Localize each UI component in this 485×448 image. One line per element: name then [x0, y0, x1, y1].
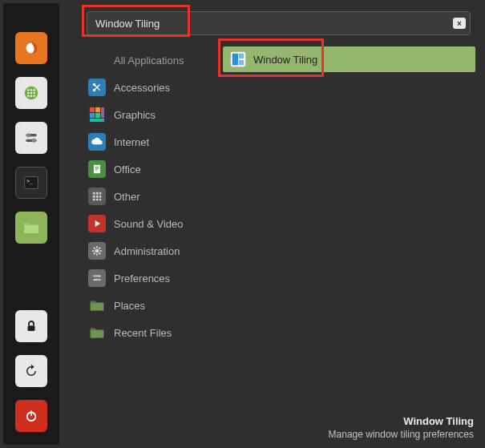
- search-clear-button[interactable]: ×: [453, 18, 466, 29]
- category-label: Office: [114, 163, 141, 176]
- svg-point-3: [30, 89, 32, 91]
- category-all-applications[interactable]: All Applications: [87, 46, 218, 74]
- launcher-panel: >_: [3, 3, 59, 445]
- cloud-icon: [88, 133, 106, 151]
- svg-point-6: [30, 92, 32, 94]
- svg-rect-29: [94, 165, 100, 174]
- svg-rect-23: [90, 107, 95, 112]
- svg-rect-45: [93, 279, 100, 281]
- launcher-restart[interactable]: [15, 355, 47, 387]
- svg-rect-34: [96, 192, 99, 195]
- svg-rect-48: [232, 54, 238, 66]
- svg-rect-17: [28, 325, 35, 331]
- rainbow-icon: [88, 106, 106, 123]
- category-internet[interactable]: Internet: [87, 128, 218, 155]
- svg-text:>_: >_: [26, 178, 33, 184]
- svg-point-12: [26, 133, 30, 137]
- category-label: Recent Files: [114, 327, 172, 339]
- svg-point-42: [95, 249, 99, 253]
- svg-point-21: [93, 89, 96, 92]
- folder-icon: [88, 297, 106, 314]
- folder-icon: [22, 218, 41, 237]
- launcher-settings[interactable]: [15, 122, 47, 154]
- category-office[interactable]: Office: [87, 155, 218, 183]
- category-accessories[interactable]: Accessories: [87, 74, 218, 101]
- svg-rect-38: [99, 196, 101, 198]
- svg-rect-32: [95, 170, 98, 171]
- category-recent-files[interactable]: Recent Files: [87, 319, 218, 346]
- folder-icon: [88, 324, 106, 341]
- launcher-terminal[interactable]: >_: [15, 167, 47, 199]
- svg-rect-24: [95, 107, 100, 112]
- svg-rect-50: [239, 60, 244, 65]
- svg-point-5: [27, 92, 29, 94]
- power-icon: [24, 409, 38, 423]
- svg-point-44: [95, 275, 97, 277]
- category-label: Preferences: [114, 272, 170, 285]
- svg-point-20: [93, 83, 96, 87]
- tooltip-desc: Manage window tiling preferences: [329, 429, 474, 440]
- grid-icon: [88, 188, 106, 205]
- launcher-firefox[interactable]: [15, 32, 47, 64]
- svg-point-14: [32, 139, 36, 143]
- scissors-icon: [88, 79, 106, 96]
- svg-rect-49: [239, 54, 244, 59]
- terminal-icon: >_: [23, 175, 39, 191]
- play-icon: [88, 215, 106, 232]
- category-label: Accessories: [114, 82, 170, 94]
- category-other[interactable]: Other: [87, 183, 218, 210]
- svg-point-7: [33, 92, 34, 94]
- category-sound-video[interactable]: Sound & Video: [87, 210, 218, 237]
- svg-rect-35: [99, 192, 101, 195]
- svg-rect-30: [95, 167, 99, 167]
- svg-rect-25: [90, 113, 95, 118]
- category-label: All Applications: [114, 54, 184, 67]
- category-places[interactable]: Places: [87, 292, 218, 319]
- svg-rect-31: [95, 168, 99, 169]
- category-label: Places: [114, 300, 145, 312]
- svg-rect-43: [93, 276, 100, 277]
- svg-rect-39: [93, 199, 95, 200]
- toggles-icon: [23, 130, 39, 146]
- category-administration[interactable]: Administration: [87, 237, 218, 264]
- menu-panel: × All Applications Accessories Graphics: [59, 0, 485, 448]
- lock-icon: [24, 319, 38, 333]
- sliders-icon: [88, 269, 106, 287]
- svg-point-10: [33, 95, 34, 96]
- search-wrap: ×: [87, 11, 471, 35]
- svg-rect-33: [93, 192, 95, 195]
- category-preferences[interactable]: Preferences: [87, 264, 218, 292]
- document-icon: [88, 160, 106, 178]
- svg-rect-37: [96, 196, 99, 198]
- tooltip-title: Window Tiling: [329, 415, 474, 427]
- svg-rect-26: [95, 113, 100, 118]
- category-label: Sound & Video: [114, 218, 184, 230]
- svg-rect-28: [90, 119, 104, 122]
- category-graphics[interactable]: Graphics: [87, 101, 218, 128]
- launcher-lock[interactable]: [15, 310, 47, 342]
- category-label: Internet: [114, 136, 149, 148]
- svg-point-2: [27, 89, 29, 91]
- firefox-icon: [22, 39, 40, 57]
- categories-list: All Applications Accessories Graphics In…: [87, 46, 218, 442]
- svg-rect-27: [101, 107, 104, 118]
- search-input[interactable]: [87, 11, 471, 35]
- result-window-tiling[interactable]: Window Tiling: [223, 46, 475, 72]
- launcher-apps[interactable]: [15, 77, 47, 109]
- category-label: Other: [114, 191, 140, 203]
- svg-point-8: [27, 95, 29, 96]
- svg-rect-36: [93, 196, 95, 198]
- launcher-shutdown[interactable]: [15, 400, 47, 432]
- close-icon: ×: [457, 19, 462, 28]
- launcher-files[interactable]: [15, 212, 47, 244]
- svg-point-9: [30, 95, 32, 96]
- svg-point-46: [97, 279, 99, 281]
- svg-point-4: [33, 89, 34, 91]
- svg-rect-40: [96, 199, 99, 200]
- results-list: Window Tiling: [218, 46, 475, 442]
- apps-grid-icon: [22, 84, 40, 102]
- tooltip: Window Tiling Manage window tiling prefe…: [329, 415, 474, 440]
- category-label: Administration: [114, 245, 180, 257]
- restart-icon: [24, 364, 38, 378]
- svg-rect-19: [30, 410, 32, 416]
